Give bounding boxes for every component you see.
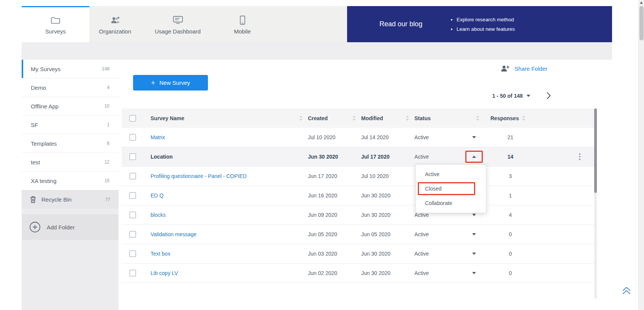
row-checkbox[interactable] — [129, 250, 136, 257]
trash-icon — [30, 196, 36, 203]
table-scrollbar-thumb[interactable] — [594, 108, 597, 193]
row-checkbox[interactable] — [129, 270, 136, 277]
row-checkbox[interactable] — [129, 192, 136, 199]
status-cell[interactable]: Active — [414, 128, 485, 147]
modified-cell: Jun 30 2020 — [361, 270, 414, 276]
folder-label: test — [31, 159, 105, 165]
responses-cell: 4 — [485, 212, 530, 218]
caret-down-icon[interactable] — [472, 272, 476, 274]
sort-icon[interactable] — [522, 116, 525, 121]
sidebar-folder[interactable]: XA testing 15 — [22, 172, 119, 190]
created-cell: Jun 02 2020 — [308, 270, 361, 276]
nav-tab[interactable]: Organization — [89, 6, 141, 42]
caret-down-icon[interactable] — [472, 214, 476, 216]
table-header: Survey Name Created Modified Status — [122, 108, 597, 128]
sort-icon[interactable] — [299, 116, 303, 121]
header-modified[interactable]: Modified — [361, 115, 414, 121]
survey-table-body: Matrix Jul 10 2020 Jul 14 2020 Active 21 — [122, 128, 597, 283]
header-label: Responses — [490, 115, 519, 121]
status-cell[interactable]: Active — [414, 225, 485, 244]
blog-banner[interactable]: Read our blog Explore research method Le… — [347, 6, 612, 42]
folder-count: 10 — [105, 103, 109, 109]
add-folder-button[interactable]: Add Folder — [22, 214, 119, 240]
row-checkbox[interactable] — [129, 211, 136, 218]
status-label: Active — [414, 154, 429, 160]
responses-cell: 0 — [485, 251, 530, 257]
next-page-button[interactable] — [546, 92, 551, 100]
row-checkbox[interactable] — [129, 153, 136, 160]
sidebar-folder[interactable]: Templates 6 — [22, 134, 119, 153]
dropdown-option-label: Collaborate — [425, 200, 452, 206]
created-cell: Jun 09 2020 — [308, 212, 361, 218]
row-checkbox[interactable] — [129, 173, 136, 180]
sidebar-folder[interactable]: Offline App 10 — [22, 97, 119, 116]
created-cell: Jun 16 2020 — [308, 192, 361, 199]
page-scrollbar-thumb[interactable] — [639, 6, 644, 40]
status-label: Active — [414, 134, 429, 140]
header-survey-name[interactable]: Survey Name — [143, 115, 308, 121]
header-label: Created — [308, 115, 328, 121]
caret-down-icon[interactable] — [472, 233, 476, 235]
pagination: 1 - 50 of 148 — [492, 92, 551, 100]
status-cell[interactable]: Active — [414, 264, 485, 283]
survey-table: Survey Name Created Modified Status — [122, 108, 597, 283]
created-cell: Jun 17 2020 — [308, 173, 361, 179]
header-label: Status — [414, 115, 431, 121]
survey-name-link[interactable]: Profiling questionnaire - Panel - COPIED — [143, 173, 308, 179]
dropdown-option[interactable]: Active — [416, 167, 486, 181]
dropdown-option[interactable]: Closed — [416, 181, 486, 196]
header-status[interactable]: Status — [414, 115, 485, 121]
header-created[interactable]: Created — [308, 115, 361, 121]
checkbox-cell — [122, 192, 143, 199]
nav-tab[interactable]: Mobile — [215, 6, 270, 42]
sidebar-folder[interactable]: Demo 4 — [22, 78, 119, 97]
sidebar-recycle-bin[interactable]: Recycle Bin 77 — [22, 190, 119, 209]
nav-tab[interactable]: Surveys — [22, 6, 89, 42]
new-survey-button[interactable]: + New Survey — [133, 75, 208, 91]
kebab-menu-icon[interactable] — [577, 152, 582, 162]
status-cell[interactable]: Active — [414, 244, 485, 263]
caret-down-icon[interactable] — [472, 136, 476, 138]
main-panel: Share Folder + New Survey 1 - 50 of 148 — [119, 60, 612, 310]
survey-name-link[interactable]: Location — [143, 154, 308, 160]
survey-name-link[interactable]: Lib copy LV — [143, 270, 308, 276]
scrollbar-up-arrow[interactable] — [640, 2, 643, 4]
status-cell[interactable]: Active — [414, 147, 485, 166]
row-checkbox[interactable] — [129, 231, 136, 238]
table-row: Profiling questionnaire - Panel - COPIED… — [122, 167, 597, 186]
created-cell: Jun 30 2020 — [308, 154, 361, 160]
sidebar-folder[interactable]: My Surveys 148 — [22, 60, 119, 78]
survey-name-link[interactable]: Text box — [143, 251, 308, 257]
survey-name-link[interactable]: ED Q — [143, 192, 308, 199]
dropdown-option-label: Active — [425, 171, 439, 177]
sort-icon[interactable] — [406, 116, 409, 121]
folder-list: My Surveys 148 Demo 4 Offline App 10 — [22, 60, 119, 190]
sidebar-folder[interactable]: test 12 — [22, 153, 119, 172]
share-folder-button[interactable]: Share Folder — [500, 65, 547, 72]
back-to-top-button[interactable] — [621, 285, 632, 297]
header-checkbox-cell — [122, 115, 143, 122]
caret-down-icon — [527, 95, 530, 97]
survey-name-link[interactable]: Matrix — [143, 134, 308, 140]
sort-icon[interactable] — [352, 116, 356, 121]
table-row: Validation message Jun 05 2020 Jun 05 20… — [122, 225, 597, 244]
header-responses[interactable]: Responses — [485, 115, 563, 121]
status-label: Active — [414, 251, 429, 257]
survey-name-link[interactable]: Validation message — [143, 231, 308, 237]
created-cell: Jun 05 2020 — [308, 231, 361, 237]
page-range-label: 1 - 50 of 148 — [492, 93, 523, 99]
page-range-dropdown[interactable]: 1 - 50 of 148 — [492, 93, 530, 99]
sidebar-folder[interactable]: SF 1 — [22, 116, 119, 134]
menu-cell — [563, 152, 597, 162]
folder-label: Demo — [31, 84, 107, 91]
nav-tab[interactable]: Usage Dashboard — [141, 6, 215, 42]
mobile-icon — [240, 15, 246, 25]
checkbox-cell — [122, 173, 143, 180]
sort-icon[interactable] — [476, 116, 479, 121]
nav-tabs: Surveys Organization Usage Dashboard Mob… — [22, 6, 347, 42]
row-checkbox[interactable] — [129, 134, 136, 141]
select-all-checkbox[interactable] — [129, 115, 136, 122]
caret-down-icon[interactable] — [472, 253, 476, 255]
dropdown-option[interactable]: Collaborate — [416, 196, 486, 210]
survey-name-link[interactable]: blocks — [143, 212, 308, 218]
